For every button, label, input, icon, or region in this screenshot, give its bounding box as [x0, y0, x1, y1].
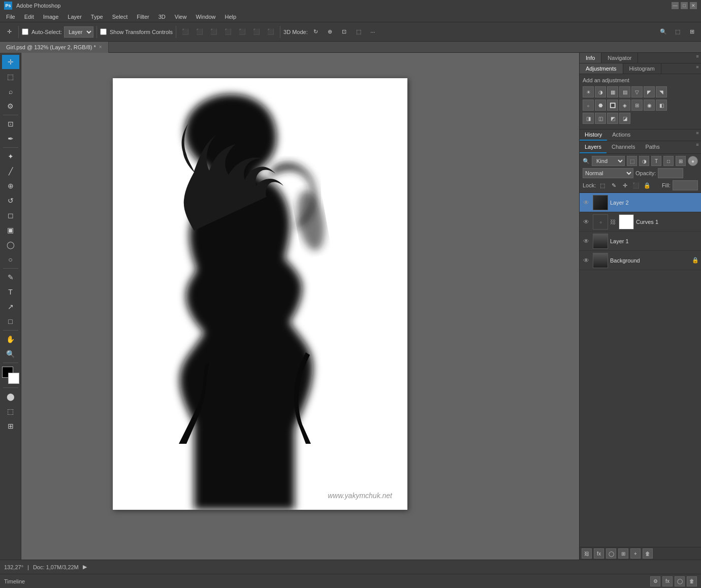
layer-filter-toggle[interactable]: ● [688, 156, 698, 166]
crop-tool-btn[interactable]: ⊡ [2, 117, 19, 131]
tab-history[interactable]: History [580, 129, 607, 141]
3d-extra-button[interactable]: ⬚ [353, 26, 365, 38]
history-brush-tool-btn[interactable]: ↺ [2, 193, 19, 208]
more-options-button[interactable]: ··· [367, 26, 379, 38]
layer-eye-background[interactable]: 👁 [582, 256, 591, 265]
move-tool-options[interactable]: ✛ [3, 26, 15, 38]
auto-select-checkbox[interactable] [22, 28, 28, 35]
delete-layer-btn[interactable]: 🗑 [643, 548, 653, 559]
vibrance-btn[interactable]: ▽ [631, 86, 643, 97]
minimize-button[interactable]: — [672, 2, 679, 9]
tab-navigator[interactable]: Navigator [601, 53, 638, 63]
3d-zoom-button[interactable]: ⊡ [338, 26, 350, 38]
hand-tool-btn[interactable]: ✋ [2, 332, 19, 346]
healing-brush-tool-btn[interactable]: ✦ [2, 149, 19, 164]
layer-eye-curves1[interactable]: 👁 [582, 217, 591, 226]
curves-btn[interactable]: ▦ [607, 86, 618, 97]
layer-filter-shape-btn[interactable]: □ [663, 156, 674, 166]
align-center-v-button[interactable]: ⬛ [236, 26, 248, 38]
tab-adjustments[interactable]: Adjustments [580, 63, 623, 74]
gradient-tool-btn[interactable]: ▣ [2, 223, 19, 237]
tab-info[interactable]: Info [580, 53, 601, 63]
layer-item-curves1[interactable]: 👁 ⬦ ⛓ Curves 1 [580, 212, 701, 232]
color-picker-area[interactable] [2, 367, 19, 384]
show-transform-checkbox[interactable] [100, 28, 107, 35]
menu-edit[interactable]: Edit [20, 13, 38, 21]
lock-all-btn[interactable]: 🔒 [643, 181, 652, 190]
lock-move-btn[interactable]: ✛ [620, 181, 629, 190]
layer-eye-layer1[interactable]: 👁 [582, 237, 591, 246]
layer-filter-select[interactable]: Kind [592, 156, 625, 166]
history-panel-menu[interactable]: ≡ [694, 129, 701, 137]
type-tool-btn[interactable]: T [2, 285, 19, 299]
tab-channels[interactable]: Channels [607, 141, 640, 153]
document-tab[interactable]: Girl.psd @ 132% (Layer 2, RGB/8) * × [0, 42, 109, 53]
path-select-tool-btn[interactable]: ↗ [2, 300, 19, 314]
screen-mode-btn[interactable]: ⬚ [2, 404, 19, 418]
align-right-button[interactable]: ⬛ [208, 26, 220, 38]
layer-eye-layer2[interactable]: 👁 [582, 198, 591, 207]
align-top-button[interactable]: ⬛ [222, 26, 234, 38]
3d-rotate-button[interactable]: ↻ [310, 26, 322, 38]
clone-stamp-tool-btn[interactable]: ⊕ [2, 179, 19, 193]
artboard-btn[interactable]: ⊞ [2, 419, 19, 433]
opacity-input[interactable]: 100% [658, 168, 683, 178]
zoom-tool-btn[interactable]: 🔍 [2, 347, 19, 361]
menu-window[interactable]: Window [192, 13, 219, 21]
align-left-button[interactable]: ⬛ [179, 26, 192, 38]
menu-layer[interactable]: Layer [63, 13, 86, 21]
dodge-tool-btn[interactable]: ○ [2, 252, 19, 267]
background-color[interactable] [8, 373, 19, 384]
threshold-btn[interactable]: ◧ [656, 100, 667, 111]
document-tab-close[interactable]: × [99, 44, 102, 50]
quick-mask-btn[interactable]: ⬤ [2, 389, 19, 404]
menu-view[interactable]: View [171, 13, 191, 21]
blend-mode-select[interactable]: Normal Dissolve Multiply Screen [583, 168, 633, 178]
lock-brush-btn[interactable]: ✎ [609, 181, 618, 190]
timeline-trash-btn[interactable]: 🗑 [687, 576, 697, 586]
window-controls[interactable]: — □ ✕ [672, 2, 697, 9]
link-layers-btn[interactable]: ⛓ [582, 548, 592, 559]
tab-actions[interactable]: Actions [607, 129, 635, 141]
align-bottom-button[interactable]: ⬛ [250, 26, 263, 38]
layer-filter-smart-btn[interactable]: ⊞ [676, 156, 686, 166]
timeline-fx-btn[interactable]: fx [662, 576, 673, 586]
lasso-tool-btn[interactable]: ⌕ [2, 84, 19, 99]
menu-help[interactable]: Help [221, 13, 241, 21]
lock-transparent-btn[interactable]: ⬚ [598, 181, 607, 190]
eraser-tool-btn[interactable]: ◻ [2, 208, 19, 222]
menu-filter[interactable]: Filter [133, 13, 153, 21]
bw-btn[interactable]: ⬦ [583, 100, 594, 111]
menu-file[interactable]: File [2, 13, 19, 21]
adjustments-panel-menu[interactable]: ≡ [694, 63, 701, 71]
layer-item-background[interactable]: 👁 Background 🔒 [580, 251, 701, 270]
maximize-button[interactable]: □ [681, 2, 688, 9]
panel-menu-button[interactable]: ≡ [694, 53, 701, 60]
exposure-btn[interactable]: ▤ [619, 86, 630, 97]
workspace-button[interactable]: ⬚ [672, 26, 684, 38]
levels-btn[interactable]: ◑ [595, 86, 606, 97]
hue-sat-btn[interactable]: ◤ [644, 86, 655, 97]
invert-btn[interactable]: ⊞ [631, 100, 643, 111]
lock-artboard-btn[interactable]: ⬛ [631, 181, 641, 190]
share-button[interactable]: ⊞ [686, 26, 698, 38]
photo-filter-btn[interactable]: ⬣ [595, 100, 606, 111]
color-lookup-btn[interactable]: ◈ [619, 100, 630, 111]
auto-select-type[interactable]: Layer [64, 26, 93, 38]
adj-extra-btn-2[interactable]: ◪ [619, 113, 630, 124]
brush-tool-btn[interactable]: ╱ [2, 164, 19, 178]
timeline-options-btn[interactable]: ⚙ [650, 576, 660, 586]
move-tool-btn[interactable]: ✛ [2, 55, 19, 69]
tab-paths[interactable]: Paths [641, 141, 665, 153]
pen-tool-btn[interactable]: ✎ [2, 270, 19, 284]
layer-item-layer1[interactable]: 👁 Layer 1 [580, 232, 701, 251]
add-layer-style-btn[interactable]: fx [594, 548, 604, 559]
selective-color-btn[interactable]: ◫ [595, 113, 606, 124]
blur-tool-btn[interactable]: ◯ [2, 238, 19, 252]
search-button[interactable]: 🔍 [657, 26, 670, 38]
layer-item-layer2[interactable]: 👁 Layer 2 [580, 193, 701, 212]
canvas-area[interactable]: www.yakymchuk.net [21, 53, 579, 560]
close-button[interactable]: ✕ [690, 2, 697, 9]
fill-input[interactable]: 100% [673, 180, 698, 190]
rectangle-shape-tool-btn[interactable]: □ [2, 314, 19, 329]
